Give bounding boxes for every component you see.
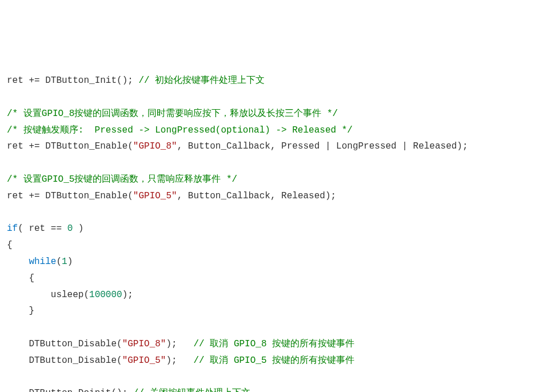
code-token	[7, 257, 29, 267]
code-token: usleep(	[7, 290, 89, 300]
code-token: ret += DTButton_Enable(	[7, 191, 133, 201]
code-token: DTButton_Deinit();	[7, 388, 133, 392]
code-token: "GPIO_8"	[133, 141, 177, 151]
code-token: ret += DTButton_Init();	[7, 75, 138, 86]
code-token: );	[166, 355, 193, 366]
code-token: DTButton_Disable(	[7, 355, 122, 366]
code-block: ret += DTButton_Init(); // 初始化按键事件处理上下文 …	[7, 73, 528, 392]
code-token: "GPIO_8"	[122, 339, 166, 349]
code-token: 1	[62, 257, 67, 267]
code-token: 100000	[89, 290, 122, 300]
code-token: ( ret ==	[18, 223, 67, 234]
code-token: ret += DTButton_Enable(	[7, 141, 133, 151]
code-token: // 初始化按键事件处理上下文	[138, 75, 265, 86]
code-token: // 取消 GPIO_5 按键的所有按键事件	[193, 355, 354, 366]
code-token: // 关闭按钮事件处理上下文	[133, 388, 250, 392]
code-token: )	[73, 223, 83, 234]
code-token: "GPIO_5"	[133, 191, 177, 201]
code-token: );	[122, 290, 133, 300]
code-token: (	[56, 257, 62, 267]
code-token: , Button_Callback, Pressed | LongPressed…	[177, 141, 468, 151]
code-token: {	[7, 240, 13, 250]
code-token: /* 按键触发顺序: Pressed -> LongPressed(option…	[7, 125, 353, 135]
code-token: if	[7, 223, 18, 234]
code-token: {	[7, 273, 34, 283]
code-token: 0	[67, 223, 73, 234]
code-token: );	[166, 339, 193, 349]
code-token: while	[29, 257, 56, 267]
code-token: /* 设置GPIO_5按键的回调函数，只需响应释放事件 */	[7, 174, 237, 185]
code-token: // 取消 GPIO_8 按键的所有按键事件	[193, 339, 354, 349]
code-token: )	[67, 257, 73, 267]
code-token: DTButton_Disable(	[7, 339, 122, 349]
code-token: /* 设置GPIO_8按键的回调函数，同时需要响应按下，释放以及长按三个事件 *…	[7, 109, 338, 119]
code-token: }	[7, 306, 34, 316]
code-token: "GPIO_5"	[122, 355, 166, 366]
code-token: , Button_Callback, Released);	[177, 191, 336, 201]
